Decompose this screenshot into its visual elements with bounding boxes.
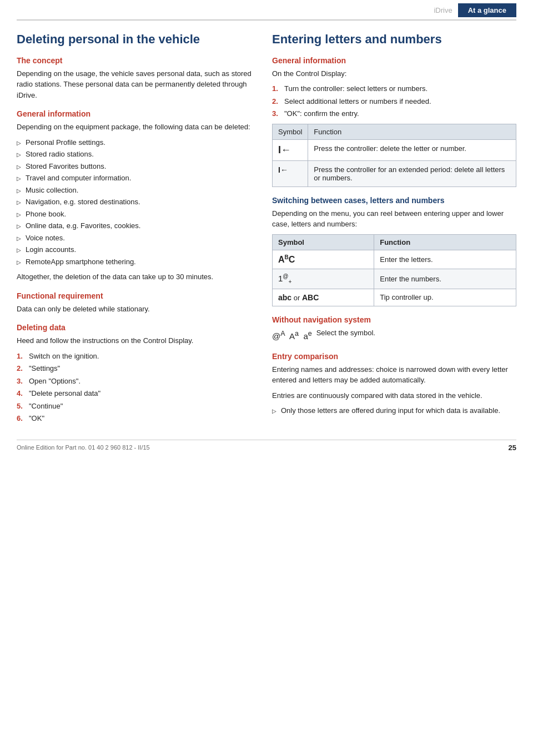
table-row: 1@+ Enter the numbers.: [273, 269, 516, 289]
header-idrive-label: iDrive: [434, 6, 457, 14]
switch-function-cell: Enter the letters.: [374, 250, 516, 269]
list-item: 4. "Delete personal data": [17, 388, 255, 399]
right-column: Entering letters and numbers General inf…: [272, 32, 516, 429]
function-cell: Press the controller: delete the letter …: [308, 139, 516, 160]
functional-heading: Functional requirement: [17, 291, 255, 300]
deleting-steps: 1. Switch on the ignition. 2. "Settings"…: [17, 351, 255, 424]
list-item: Online data, e.g. Favorites, cookies.: [17, 220, 255, 231]
list-item: 3. "OK": confirm the entry.: [272, 108, 516, 119]
switch-function-cell: Tip controller up.: [374, 289, 516, 306]
entry-bullet-list: Only those letters are offered during in…: [272, 405, 516, 416]
deleting-text: Heed and follow the instructions on the …: [17, 335, 255, 346]
list-item: Music collection.: [17, 185, 255, 196]
general-info-heading-right: General information: [272, 56, 516, 65]
list-item: Only those letters are offered during in…: [272, 405, 516, 416]
list-item: Voice notes.: [17, 233, 255, 244]
list-item: 3. Open "Options".: [17, 376, 255, 387]
concept-heading: The concept: [17, 56, 255, 65]
concept-text: Depending on the usage, the vehicle save…: [17, 68, 255, 101]
altogether-text: Altogether, the deletion of the data can…: [17, 271, 255, 283]
deleting-heading: Deleting data: [17, 323, 255, 332]
right-page-title: Entering letters and numbers: [272, 32, 516, 47]
table-row: I← Press the controller: delete the lett…: [273, 139, 516, 160]
switch-col1-header: Symbol: [273, 234, 374, 250]
symbol-col-header: Symbol: [273, 124, 308, 139]
footer-page: 25: [509, 443, 516, 452]
general-info-text-left: Depending on the equipment package, the …: [17, 122, 255, 133]
table-row: abc or ABC Tip controller up.: [273, 289, 516, 306]
page-footer: Online Edition for Part no. 01 40 2 960 …: [17, 440, 516, 455]
symbol-cell: I←: [273, 160, 308, 187]
general-info-text-right: On the Control Display:: [272, 68, 516, 79]
list-item: 2. Select additional letters or numbers …: [272, 96, 516, 107]
entry-comparison-text2: Entries are continuously compared with d…: [272, 390, 516, 401]
left-column: Deleting personal in the vehicle The con…: [17, 32, 255, 429]
bullet-list: Personal Profile settings. Stored radio …: [17, 137, 255, 268]
list-item: 5. "Continue": [17, 401, 255, 412]
switching-text: Depending on the menu, you can reel betw…: [272, 208, 516, 230]
switch-function-cell: Enter the numbers.: [374, 269, 516, 289]
list-item: 6. "OK": [17, 413, 255, 424]
functional-text: Data can only be deleted while stationar…: [17, 304, 255, 315]
list-item: 1. Switch on the ignition.: [17, 351, 255, 362]
list-item: 2. "Settings": [17, 363, 255, 374]
right-steps: 1. Turn the controller: select letters o…: [272, 83, 516, 119]
symbol-cell: I←: [273, 139, 308, 160]
list-item: Navigation, e.g. stored destinations.: [17, 196, 255, 208]
list-item: Personal Profile settings.: [17, 137, 255, 148]
switch-symbol-cell: ABC: [273, 250, 374, 269]
symbol-table: Symbol Function I← Press the controller:…: [272, 124, 516, 187]
list-item: Login accounts.: [17, 244, 255, 255]
list-item: Phone book.: [17, 209, 255, 220]
list-item: Stored radio stations.: [17, 149, 255, 160]
entry-comparison-text1: Entering names and addresses: choice is …: [272, 364, 516, 386]
switch-symbol-cell: 1@+: [273, 269, 374, 289]
function-cell: Press the controller for an extended per…: [308, 160, 516, 187]
without-nav-row: @A Aa ae Select the symbol.: [272, 327, 516, 343]
list-item: 1. Turn the controller: select letters o…: [272, 83, 516, 94]
table-row: I← Press the controller for an extended …: [273, 160, 516, 187]
list-item: RemoteApp smartphone tethering.: [17, 256, 255, 268]
list-item: Stored Favorites buttons.: [17, 161, 255, 172]
list-item: Travel and computer information.: [17, 173, 255, 184]
footer-text: Online Edition for Part no. 01 40 2 960 …: [17, 444, 150, 451]
switch-symbol-cell: abc or ABC: [273, 289, 374, 306]
switch-col2-header: Function: [374, 234, 516, 250]
header-tab-label: At a glance: [458, 3, 516, 17]
main-content: Deleting personal in the vehicle The con…: [0, 21, 533, 440]
switching-table: Symbol Function ABC Enter the letters. 1…: [272, 234, 516, 306]
without-nav-heading: Without navigation system: [272, 315, 516, 324]
page-header: iDrive At a glance: [17, 0, 516, 21]
entry-comparison-heading: Entry comparison: [272, 352, 516, 361]
switching-heading: Switching between cases, letters and num…: [272, 196, 516, 205]
without-nav-text: Select the symbol.: [316, 327, 375, 339]
general-info-heading-left: General information: [17, 109, 255, 118]
table-row: ABC Enter the letters.: [273, 250, 516, 269]
function-col-header: Function: [308, 124, 516, 139]
left-page-title: Deleting personal in the vehicle: [17, 32, 255, 47]
